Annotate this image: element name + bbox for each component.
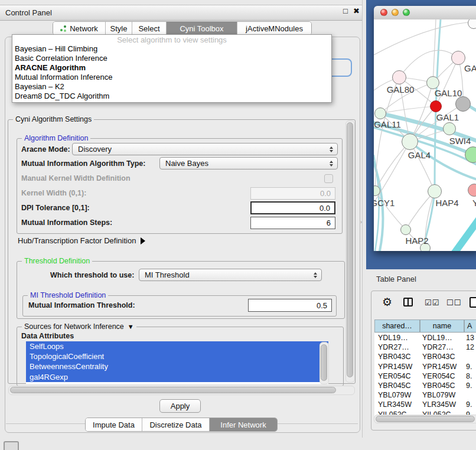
dpi-tolerance-input[interactable]: 0.0 <box>250 201 335 214</box>
settings-vscrollbar-thumb[interactable] <box>347 122 353 377</box>
network-node[interactable] <box>455 96 471 112</box>
network-canvas[interactable]: GAL80 GAL10 GAL1 SWI4 GAL11 GAL4 GCY1 HA… <box>374 19 476 251</box>
manual-kernel-label: Manual Kernel Width Definition <box>21 174 131 183</box>
tab-discretize-data[interactable]: Discretize Data <box>142 418 210 431</box>
close-panel-icon[interactable]: ✖ <box>353 6 360 15</box>
collapsed-arrow-icon <box>141 237 145 244</box>
table-row[interactable]: YBL079WYBL079W <box>374 390 476 400</box>
combo-arrows-icon <box>314 272 317 278</box>
list-scrollbar-thumb[interactable] <box>321 344 327 381</box>
mi-threshold-group-title: MI Threshold Definition <box>28 291 108 299</box>
node-label: GAL11 <box>374 119 401 129</box>
table-hscrollbar-thumb[interactable] <box>376 416 475 422</box>
dropdown-item[interactable]: Dream8 DC_TDC Algorithm <box>12 92 331 101</box>
dropdown-item[interactable]: Basic Correlation Inference <box>12 54 331 63</box>
threshold-definition-title: Threshold Definition <box>22 257 92 265</box>
network-node-selected[interactable] <box>430 100 442 112</box>
settings-hscrollbar-thumb[interactable] <box>10 387 336 393</box>
table-row[interactable]: YPR145WYPR145W9. <box>374 362 476 371</box>
table-row[interactable]: YBR043CYBR043C <box>374 352 476 361</box>
control-panel-titlebar: Control Panel <box>0 5 362 21</box>
network-node[interactable] <box>402 133 418 150</box>
table-row[interactable]: YLR345WYLR345W9. <box>374 400 476 409</box>
settings-group-title: Cyni Algorithm Settings <box>13 115 94 123</box>
which-threshold-label: Which threshold to use: <box>50 271 134 280</box>
column-header-shared-name[interactable]: shared… <box>374 319 420 332</box>
tab-network[interactable]: Network <box>53 22 106 35</box>
select-all-checks-icon[interactable]: ☑☑ <box>425 298 439 307</box>
close-window-icon[interactable] <box>380 9 387 16</box>
columns-icon[interactable] <box>403 298 413 306</box>
node-label: GAL10 <box>435 88 462 98</box>
new-table-icon[interactable] <box>470 297 476 308</box>
aracne-mode-label: Aracne Mode: <box>21 145 70 154</box>
node-label: GCY1 <box>374 198 395 208</box>
splitter-handle[interactable]: › <box>360 219 362 225</box>
gear-icon[interactable]: ⚙ <box>382 296 392 308</box>
dropdown-item-selected[interactable]: ARACNE Algorithm <box>12 63 331 73</box>
list-item[interactable]: BetweennessCentrality <box>26 361 328 371</box>
tab-cyni-toolbox[interactable]: Cyni Toolbox <box>167 22 237 35</box>
network-window: GAL80 GAL10 GAL1 SWI4 GAL11 GAL4 GCY1 HA… <box>374 6 476 251</box>
control-panel-tabs: Network Style Select Cyni Toolbox jActiv… <box>53 21 312 35</box>
tab-style[interactable]: Style <box>106 22 132 35</box>
list-item[interactable]: SelfLoops <box>26 341 328 351</box>
dropdown-item[interactable]: Bayesian – K2 <box>12 82 331 92</box>
apply-button[interactable]: Apply <box>159 399 201 413</box>
node-label: GAL1 <box>436 112 459 122</box>
network-node[interactable] <box>426 76 439 89</box>
minimize-window-icon[interactable] <box>392 9 399 16</box>
network-node[interactable] <box>451 51 465 65</box>
network-node[interactable] <box>374 107 386 119</box>
aracne-mode-select[interactable]: Discovery <box>72 143 338 155</box>
mi-type-select[interactable]: Naive Bayes <box>159 157 338 169</box>
mi-type-label: Mutual Information Algorithm Type: <box>21 159 145 168</box>
list-item[interactable]: TopologicalCoefficient <box>26 351 328 361</box>
docked-panel-icon[interactable] <box>4 441 19 450</box>
mi-steps-input[interactable]: 6 <box>250 217 335 229</box>
tab-impute-data[interactable]: Impute Data <box>86 418 142 431</box>
dpi-tolerance-label: DPI Tolerance [0,1]: <box>21 204 90 213</box>
list-scrollbar-track[interactable] <box>319 342 329 384</box>
sources-group-title-row[interactable]: Sources for Network Inference ▼ <box>22 322 136 331</box>
column-header-name[interactable]: name <box>420 319 464 332</box>
network-window-titlebar[interactable] <box>374 6 476 20</box>
kernel-width-input[interactable]: 0.0 <box>250 187 335 200</box>
dropdown-placeholder: Select algorithm to view settings <box>12 35 331 44</box>
table-hscrollbar-track[interactable] <box>374 415 476 423</box>
kernel-width-label: Kernel Width (0,1): <box>21 189 86 198</box>
float-panel-icon[interactable]: □ <box>343 6 348 15</box>
algorithm-definition-title: Algorithm Definition <box>22 134 90 142</box>
tab-select[interactable]: Select <box>132 22 167 35</box>
network-node[interactable] <box>428 184 442 198</box>
zoom-window-icon[interactable] <box>403 9 410 16</box>
column-header-third[interactable]: A <box>464 319 476 332</box>
table-row[interactable]: YBR045CYBR045C9. <box>374 381 476 390</box>
tab-jactivemnodules[interactable]: jActiveMNodules <box>237 22 311 35</box>
dropdown-item[interactable]: Bayesian – Hill Climbing <box>12 44 331 54</box>
combo-arrows-icon <box>330 161 333 167</box>
node-label: Y <box>472 198 476 208</box>
mi-steps-label: Mutual Information Steps: <box>21 219 112 227</box>
table-row[interactable]: YDR27…YDR27…12 <box>374 343 476 352</box>
control-panel: Control Panel □ ✖ Network Style Select C… <box>0 0 363 438</box>
settings-vscrollbar-track[interactable] <box>345 120 355 383</box>
dropdown-item[interactable]: Mutual Information Inference <box>12 73 331 82</box>
algorithm-dropdown: Select algorithm to view settings Bayesi… <box>12 34 332 103</box>
list-item[interactable]: gal4RGexp <box>26 372 328 382</box>
network-node[interactable] <box>400 224 411 235</box>
which-threshold-select[interactable]: MI Threshold <box>139 269 322 281</box>
table-row[interactable]: YDL19…YDL19…13 <box>374 333 476 343</box>
tab-infer-network[interactable]: Infer Network <box>210 418 277 431</box>
network-node[interactable] <box>443 122 456 135</box>
hub-definition-expander[interactable]: Hub/Transcription Factor Definition <box>18 236 145 245</box>
mi-threshold-input[interactable]: 0.5 <box>248 299 332 312</box>
manual-kernel-checkbox[interactable] <box>324 174 333 183</box>
node-label: GAL4 <box>408 150 431 160</box>
deselect-all-checks-icon[interactable]: ☐☐ <box>446 298 461 307</box>
bottom-tabs: Impute Data Discretize Data Infer Networ… <box>85 418 278 432</box>
settings-hscrollbar-track[interactable] <box>8 386 355 395</box>
panel-title: Control Panel <box>5 8 52 17</box>
table-row[interactable]: YER054CYER054C8. <box>374 371 476 381</box>
network-node[interactable] <box>392 70 406 84</box>
